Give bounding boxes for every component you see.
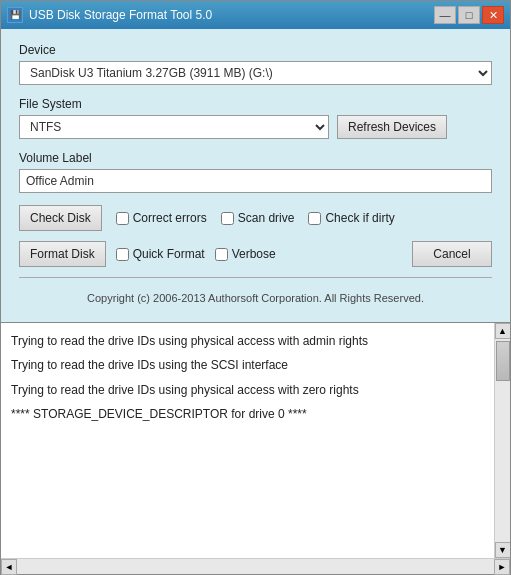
device-group: Device SanDisk U3 Titanium 3.27GB (3911 …	[19, 43, 492, 85]
quick-format-checkbox[interactable]	[116, 248, 129, 261]
app-icon: 💾	[7, 7, 23, 23]
scroll-down-button[interactable]: ▼	[495, 542, 511, 558]
filesystem-group: File System NTFS FAT32 FAT exFAT Refresh…	[19, 97, 492, 139]
horizontal-scrollbar[interactable]: ◄ ►	[1, 558, 510, 574]
format-disk-button[interactable]: Format Disk	[19, 241, 106, 267]
device-select[interactable]: SanDisk U3 Titanium 3.27GB (3911 MB) (G:…	[19, 61, 492, 85]
correct-errors-item[interactable]: Correct errors	[116, 211, 207, 225]
window-title: USB Disk Storage Format Tool 5.0	[29, 8, 212, 22]
correct-errors-checkbox[interactable]	[116, 212, 129, 225]
volume-label-group: Volume Label	[19, 151, 492, 193]
divider	[19, 277, 492, 278]
log-line-3: Trying to read the drive IDs using the S…	[11, 355, 484, 375]
scroll-up-button[interactable]: ▲	[495, 323, 511, 339]
scan-drive-label: Scan drive	[238, 211, 295, 225]
refresh-devices-button[interactable]: Refresh Devices	[337, 115, 447, 139]
log-line-5: Trying to read the drive IDs using physi…	[11, 380, 484, 400]
correct-errors-label: Correct errors	[133, 211, 207, 225]
minimize-button[interactable]: —	[434, 6, 456, 24]
volume-label-label: Volume Label	[19, 151, 492, 165]
check-if-dirty-item[interactable]: Check if dirty	[308, 211, 394, 225]
check-disk-button[interactable]: Check Disk	[19, 205, 102, 231]
filesystem-label: File System	[19, 97, 492, 111]
scan-drive-item[interactable]: Scan drive	[221, 211, 295, 225]
log-line-7: **** STORAGE_DEVICE_DESCRIPTOR for drive…	[11, 404, 484, 424]
scroll-track-y[interactable]	[495, 339, 510, 542]
cancel-button[interactable]: Cancel	[412, 241, 492, 267]
log-line-1: Trying to read the drive IDs using physi…	[11, 331, 484, 351]
checkboxes-row-1: Check Disk Correct errors Scan drive Che…	[19, 205, 492, 231]
scroll-track-x[interactable]	[17, 559, 494, 574]
main-window: 💾 USB Disk Storage Format Tool 5.0 — □ ✕…	[0, 0, 511, 575]
close-button[interactable]: ✕	[482, 6, 504, 24]
device-label: Device	[19, 43, 492, 57]
form-area: Device SanDisk U3 Titanium 3.27GB (3911 …	[1, 29, 510, 322]
verbose-item[interactable]: Verbose	[215, 247, 276, 261]
check-if-dirty-label: Check if dirty	[325, 211, 394, 225]
filesystem-select[interactable]: NTFS FAT32 FAT exFAT	[19, 115, 329, 139]
title-bar: 💾 USB Disk Storage Format Tool 5.0 — □ ✕	[1, 1, 510, 29]
scroll-left-button[interactable]: ◄	[1, 559, 17, 575]
vertical-scrollbar[interactable]: ▲ ▼	[494, 323, 510, 558]
log-content: Trying to read the drive IDs using physi…	[1, 323, 494, 558]
actions-row: Format Disk Quick Format Verbose Cancel	[19, 241, 492, 267]
title-bar-left: 💾 USB Disk Storage Format Tool 5.0	[7, 7, 212, 23]
check-if-dirty-checkbox[interactable]	[308, 212, 321, 225]
scroll-thumb-y[interactable]	[496, 341, 510, 381]
title-bar-buttons: — □ ✕	[434, 6, 504, 24]
volume-label-input[interactable]	[19, 169, 492, 193]
verbose-label: Verbose	[232, 247, 276, 261]
copyright-text: Copyright (c) 2006-2013 Authorsoft Corpo…	[19, 288, 492, 312]
quick-format-label: Quick Format	[133, 247, 205, 261]
quick-format-item[interactable]: Quick Format	[116, 247, 205, 261]
verbose-checkbox[interactable]	[215, 248, 228, 261]
scan-drive-checkbox[interactable]	[221, 212, 234, 225]
filesystem-row: NTFS FAT32 FAT exFAT Refresh Devices	[19, 115, 492, 139]
log-area: Trying to read the drive IDs using physi…	[1, 322, 510, 558]
scroll-right-button[interactable]: ►	[494, 559, 510, 575]
maximize-button[interactable]: □	[458, 6, 480, 24]
